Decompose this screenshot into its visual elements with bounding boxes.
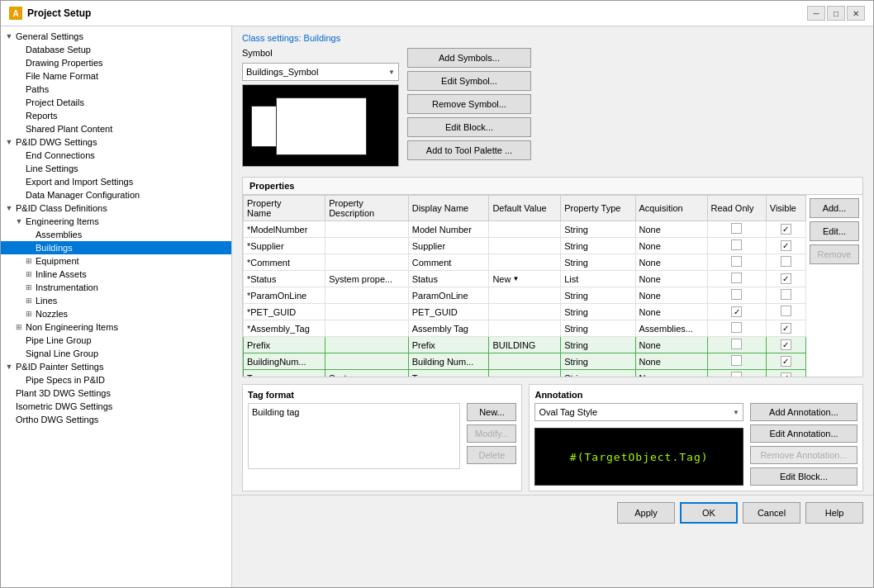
sidebar-item-ortho-dwg[interactable]: Ortho DWG Settings xyxy=(1,413,231,426)
sidebar-item-buildings[interactable]: Buildings xyxy=(1,241,231,254)
anno-dropdown-arrow-icon: ▼ xyxy=(733,409,739,416)
symbol-preview xyxy=(242,84,399,167)
footer: Apply OK Cancel Help xyxy=(232,495,873,530)
sidebar-item-paths[interactable]: Paths xyxy=(1,83,231,96)
remove-annotation-button[interactable]: Remove Annotation... xyxy=(750,446,857,464)
sidebar-item-pid-dwg-settings[interactable]: ▼ P&ID DWG Settings xyxy=(1,135,231,149)
sidebar-item-project-details[interactable]: Project Details xyxy=(1,96,231,109)
sidebar-item-equipment[interactable]: ⊞ Equipment xyxy=(1,254,231,268)
col-acquisition: Acquisition xyxy=(635,196,707,221)
sidebar-item-inline-assets[interactable]: ⊞ Inline Assets xyxy=(1,268,231,281)
table-row[interactable]: *SupplierSupplierStringNone xyxy=(244,238,806,254)
table-row[interactable]: BuildingNum...Building Num...StringNone xyxy=(244,353,806,370)
minimize-button[interactable]: ─ xyxy=(807,6,825,21)
col-read-only: Read Only xyxy=(707,196,766,221)
dropdown-arrow-icon: ▼ xyxy=(388,69,395,76)
col-property-desc: PropertyDescription xyxy=(325,196,409,221)
edit-symbol-button[interactable]: Edit Symbol... xyxy=(407,71,531,91)
sidebar-item-plant-3d-dwg[interactable]: Plant 3D DWG Settings xyxy=(1,386,231,400)
sidebar-item-export-import[interactable]: Export and Import Settings xyxy=(1,175,231,188)
anno-right: #(TargetObject.Tag) xyxy=(534,424,743,486)
add-property-button[interactable]: Add... xyxy=(810,198,859,218)
expand-icon-db xyxy=(14,45,24,55)
edit-property-button[interactable]: Edit... xyxy=(810,221,859,241)
sidebar-item-signal-line-group[interactable]: Signal Line Group xyxy=(1,347,231,360)
sidebar-item-engineering-items[interactable]: ▼ Engineering Items xyxy=(1,215,231,228)
close-button[interactable]: ✕ xyxy=(847,6,865,21)
anno-buttons: Edit Annotation... Remove Annotation... … xyxy=(750,424,857,486)
symbol-dropdown[interactable]: Buildings_Symbol ▼ xyxy=(242,63,399,81)
add-symbols-button[interactable]: Add Symbols... xyxy=(407,48,531,68)
annotation-top-row: Oval Tag Style ▼ Add Annotation... xyxy=(534,403,857,421)
sidebar-item-pipe-line-group[interactable]: Pipe Line Group xyxy=(1,334,231,347)
sidebar-item-data-manager[interactable]: Data Manager Configuration xyxy=(1,188,231,202)
add-annotation-button[interactable]: Add Annotation... xyxy=(750,403,857,421)
tag-format-section: Tag format Building tag New... Modify...… xyxy=(242,384,522,491)
add-to-tool-palette-button[interactable]: Add to Tool Palette ... xyxy=(407,140,531,160)
sidebar-item-non-engineering-items[interactable]: ⊞ Non Engineering Items xyxy=(1,320,231,334)
sidebar-item-database-setup[interactable]: Database Setup xyxy=(1,43,231,56)
sidebar-item-pid-painter-settings[interactable]: ▼ P&ID Painter Settings xyxy=(1,360,231,373)
main-content: ▼ General Settings Database Setup Drawin… xyxy=(1,26,873,587)
title-bar: A Project Setup ─ □ ✕ xyxy=(1,1,873,26)
table-row[interactable]: PrefixPrefixBUILDINGStringNone xyxy=(244,337,806,353)
col-display-name: Display Name xyxy=(408,196,489,221)
edit-annotation-button[interactable]: Edit Annotation... xyxy=(750,424,857,443)
table-row[interactable]: *PET_GUIDPET_GUIDStringNone xyxy=(244,304,806,320)
sidebar-item-end-connections[interactable]: End Connections xyxy=(1,149,231,162)
title-bar-controls: ─ □ ✕ xyxy=(807,6,865,21)
properties-table-container[interactable]: PropertyName PropertyDescription Display… xyxy=(243,195,806,377)
symbol-buttons: Add Symbols... Edit Symbol... Remove Sym… xyxy=(407,48,531,160)
table-row[interactable]: *StatusSystem prope...StatusNew▼ListNone xyxy=(244,271,806,287)
annotation-style-dropdown[interactable]: Oval Tag Style ▼ xyxy=(534,403,743,421)
add-edit-remove-panel: Add... Edit... Remove xyxy=(806,195,862,268)
new-tag-button[interactable]: New... xyxy=(467,403,516,421)
edit-block-anno-button[interactable]: Edit Block... xyxy=(750,467,857,486)
sidebar-item-file-name-format[interactable]: File Name Format xyxy=(1,69,231,83)
sidebar-item-reports[interactable]: Reports xyxy=(1,109,231,122)
annotation-section: Annotation Oval Tag Style ▼ Add Annotati… xyxy=(529,384,863,491)
sidebar-item-pipe-specs-pid[interactable]: Pipe Specs in P&ID xyxy=(1,373,231,386)
symbol-section: Symbol Buildings_Symbol ▼ xyxy=(242,48,399,167)
modify-tag-button[interactable]: Modify... xyxy=(467,424,516,443)
sidebar-item-nozzles[interactable]: ⊞ Nozzles xyxy=(1,307,231,320)
table-row[interactable]: *CommentCommentStringNone xyxy=(244,254,806,271)
project-setup-window: A Project Setup ─ □ ✕ ▼ General Settings… xyxy=(0,0,874,588)
sidebar-item-drawing-properties[interactable]: Drawing Properties xyxy=(1,56,231,69)
prop-table-wrapper: PropertyName PropertyDescription Display… xyxy=(243,195,862,377)
table-row[interactable]: *ParamOnLineParamOnLineStringNone xyxy=(244,287,806,304)
annotation-preview: #(TargetObject.Tag) xyxy=(534,428,743,486)
sidebar-item-general-settings[interactable]: ▼ General Settings xyxy=(1,30,231,43)
apply-button[interactable]: Apply xyxy=(617,502,675,524)
sidebar-item-line-settings[interactable]: Line Settings xyxy=(1,162,231,175)
edit-block-button[interactable]: Edit Block... xyxy=(407,117,531,137)
maximize-button[interactable]: □ xyxy=(827,6,845,21)
sidebar-item-lines[interactable]: ⊞ Lines xyxy=(1,294,231,307)
col-default-value: Default Value xyxy=(489,196,561,221)
remove-symbol-button[interactable]: Remove Symbol... xyxy=(407,94,531,114)
cancel-button[interactable]: Cancel xyxy=(743,502,800,524)
class-settings-section: Class settings: Buildings Symbol Buildin… xyxy=(232,26,873,177)
right-panel: Class settings: Buildings Symbol Buildin… xyxy=(232,26,873,587)
expand-icon-general: ▼ xyxy=(4,31,14,41)
table-row[interactable]: TagSystem prope...TagStringNone xyxy=(244,370,806,377)
tag-format-title: Tag format xyxy=(248,390,516,400)
ok-button[interactable]: OK xyxy=(680,502,738,524)
remove-property-button[interactable]: Remove xyxy=(810,244,859,264)
sidebar-item-assemblies[interactable]: Assemblies xyxy=(1,228,231,241)
col-property-name: PropertyName xyxy=(244,196,325,221)
title-bar-left: A Project Setup xyxy=(9,7,91,20)
anno-content: #(TargetObject.Tag) Edit Annotation... R… xyxy=(534,424,857,486)
properties-table: PropertyName PropertyDescription Display… xyxy=(243,195,806,377)
help-button[interactable]: Help xyxy=(805,502,863,524)
table-row[interactable]: *Assembly_TagAssembly TagStringAssemblie… xyxy=(244,320,806,337)
class-settings-title: Class settings: Buildings xyxy=(242,33,863,43)
delete-tag-button[interactable]: Delete xyxy=(467,446,516,464)
symbol-row: Symbol Buildings_Symbol ▼ Add Symbols...… xyxy=(242,48,863,167)
tag-format-value: Building tag xyxy=(248,403,460,469)
sidebar-item-isometric-dwg[interactable]: Isometric DWG Settings xyxy=(1,400,231,413)
sidebar-item-instrumentation[interactable]: ⊞ Instrumentation xyxy=(1,281,231,294)
sidebar-item-shared-plant-content[interactable]: Shared Plant Content xyxy=(1,122,231,135)
sidebar-item-pid-class-definitions[interactable]: ▼ P&ID Class Definitions xyxy=(1,202,231,215)
table-row[interactable]: *ModelNumberModel NumberStringNone xyxy=(244,221,806,238)
